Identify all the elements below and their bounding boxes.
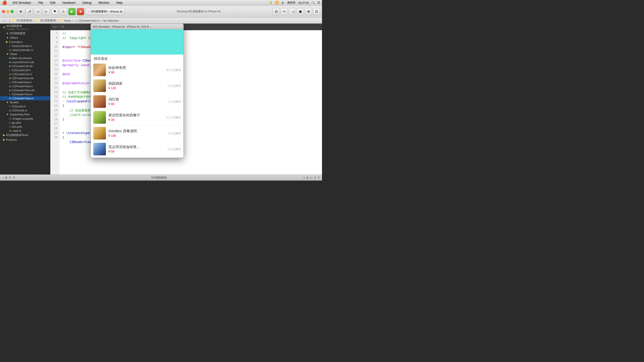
czfooterview-xib-icon: ■ [9, 77, 11, 80]
sidebar-item-viewcontroller-m[interactable]: m ViewController.m [0, 48, 50, 52]
stop-button[interactable]: ■ [77, 8, 84, 15]
sidebar-item-info-plist[interactable]: ≡ Info.plist [0, 125, 50, 129]
sidebar-item-others[interactable]: ▼ Others [0, 36, 50, 40]
layout-btn-4[interactable]: ▣ [297, 8, 304, 15]
sidebar-item-czgoodscell-m[interactable]: m CZGoodsCell.m [0, 72, 50, 76]
sidebar-item-products[interactable]: ▶ Products [0, 138, 50, 142]
czheaderview-h-icon: h [9, 93, 11, 96]
input-method[interactable]: 搜拼音 [287, 1, 296, 5]
layout-btn-6[interactable]: ⊡ [313, 8, 320, 15]
main-storyboard-icon: ■ [9, 57, 11, 60]
sidebar-item-main-m[interactable]: m main.m [0, 129, 50, 133]
sidebar-item-czheaderview-xib[interactable]: ■ CZHeaderView.xib [0, 88, 50, 92]
bottom-bar-icon-right-3[interactable]: ▷ [310, 176, 312, 179]
maximize-button[interactable] [11, 10, 14, 13]
breadcrumb-file[interactable]: CZHeaderView.m [78, 19, 100, 22]
bottom-bar-icon-right-1[interactable]: ◁ [303, 176, 305, 179]
menu-debug[interactable]: Debug [81, 1, 93, 5]
sim-title-bar[interactable]: iOS Simulator - iPhone 4s - iPhone 4s / … [91, 24, 183, 29]
forward-button[interactable]: ▷ [43, 8, 50, 15]
bottom-bar-icon-1[interactable]: + [2, 176, 4, 179]
layout-btn-3[interactable]: →| [289, 8, 296, 15]
run-button[interactable]: ▶ [68, 8, 75, 15]
vcs-button[interactable]: ⎇ [26, 8, 33, 15]
sidebar-item-viewcontroller-h[interactable]: h ViewController.h [0, 44, 50, 48]
sidebar-item-controllers[interactable]: ▶ Controllers [0, 40, 50, 44]
sim-item-1[interactable]: 味妙烤鱼吧 ¥ 98 32 人已购买 [91, 62, 183, 78]
sim-item-5-info: Grinders 西餐酒吧 ¥ 108 [108, 129, 165, 138]
sim-item-7[interactable]: 正院大宅门 ¥ 999 1 人已购买 [91, 157, 183, 158]
breadcrumb-project[interactable]: 001团购案例 [16, 19, 32, 22]
sim-item-5[interactable]: Grinders 西餐酒吧 ¥ 108 3 人已购买 [91, 125, 183, 141]
bottom-bar-icon-right-4[interactable]: ↥ [314, 176, 316, 179]
bottom-bar-icon-3[interactable]: ⏱ [9, 176, 12, 179]
sim-item-6-price: ¥ 58 [108, 150, 165, 153]
bottom-bar-icon-2[interactable]: ⊞ [5, 176, 7, 179]
views-folder-icon: ▼ [6, 53, 9, 56]
czheaderview-xib-icon: ■ [9, 89, 11, 92]
breadcrumb-selection[interactable]: No Selection [103, 19, 119, 22]
project-sub: 2 targets, iOS SDK 8.1 [6, 28, 29, 30]
sidebar-group-main[interactable]: ▼ 001团购案例 [0, 31, 50, 36]
sim-item-5-price: ¥ 108 [108, 134, 165, 138]
layout-btn-5[interactable]: ⊞ [305, 8, 312, 15]
sidebar-item-main-storyboard[interactable]: ■ Main.storyboard [0, 56, 50, 60]
sidebar-item-views[interactable]: ▼ Views [0, 52, 50, 56]
sidebar-item-czfooterview-xib[interactable]: ■ CZFooterView.xib [0, 76, 50, 80]
sim-section-title: 猜你喜欢 [91, 55, 183, 62]
apple-menu[interactable]: 🍎 [2, 0, 7, 5]
sidebar-item-images-xcassets[interactable]: ◫ Images.xcassets [0, 116, 50, 121]
sidebar-item-czheaderview-m[interactable]: CZHeaderView.m [0, 96, 50, 100]
breakpoint-button[interactable]: ⚑ [51, 8, 58, 15]
others-label: Others [10, 36, 18, 39]
bottom-bar-icon-4[interactable]: ↻ [13, 176, 15, 179]
info-plist-icon: ≡ [9, 125, 11, 128]
menu-window[interactable]: Window [97, 1, 111, 5]
layout-btn-2[interactable]: ↩ [281, 8, 288, 15]
clock: 15:27:31 [298, 1, 309, 4]
bottom-bar-icon-right-2[interactable]: ⏸ [306, 176, 309, 179]
menu-edit[interactable]: Edit [49, 1, 57, 5]
menu-extras-icon[interactable]: ☰ [317, 1, 320, 4]
sidebar-project[interactable]: ⊞ 001团购案例 2 targets, iOS SDK 8.1 [0, 24, 50, 31]
sim-list[interactable]: 味妙烤鱼吧 ¥ 98 32 人已购买 桃园酒家 ¥ 128 3 人已购买 [91, 62, 183, 158]
code-editor[interactable]: ◁ ▷ | 7 // 7891011 1213141516 1718192021… [50, 24, 322, 174]
sidebar-item-models[interactable]: ▼ Models [0, 100, 50, 104]
menu-hardware[interactable]: Hardware [61, 1, 77, 5]
sidebar-item-launchscreen[interactable]: ■ LaunchScreen.xib [0, 60, 50, 64]
sim-item-4-name: 蜜语芭蕾休闲西餐厅 [108, 113, 164, 118]
sidebar-item-czgoodscell-xib[interactable]: ■ CZGoodsCell.xib [0, 64, 50, 68]
menu-file[interactable]: File [37, 1, 45, 5]
sidebar-item-tgs-plist[interactable]: ≡ tgs.plist [0, 121, 50, 125]
menu-ios-simulator[interactable]: iOS Simulator [11, 1, 33, 5]
layout-btn-1[interactable]: ⊟ [273, 8, 280, 15]
navigator-toggle[interactable]: ⊞ [17, 8, 24, 15]
sim-item-4-count: 11 人已购买 [166, 116, 181, 119]
sim-item-2[interactable]: 桃园酒家 ¥ 128 3 人已购买 [91, 78, 183, 94]
back-button[interactable]: ◁ [34, 8, 41, 15]
minimize-button[interactable] [6, 10, 9, 13]
close-button[interactable] [2, 10, 5, 13]
sim-item-4[interactable]: 蜜语芭蕾休闲西餐厅 ¥ 39 11 人已购买 [91, 110, 183, 125]
breadcrumb-views[interactable]: Views [64, 19, 71, 22]
sidebar-item-czgoods-h[interactable]: h CZGoods.h [0, 104, 50, 108]
sim-item-6[interactable]: 昆达理尼瑜伽馆黄... ¥ 58 3 人已购买 [91, 141, 183, 157]
sim-item-3-img [93, 95, 106, 108]
main-m-label: main.m [12, 129, 21, 132]
sidebar-item-supporting-files[interactable]: ▼ Supporting Files [0, 112, 50, 116]
search-icon[interactable]: 🔍 [311, 1, 315, 4]
sim-item-3[interactable]: 俏巴蜀 ¥ 88 1 人已购买 [91, 94, 183, 110]
issue-button[interactable]: ⚠ [60, 8, 67, 15]
bottom-bar-icon-right-5[interactable]: ✎ [318, 176, 320, 179]
sidebar-item-czheaderview-h[interactable]: h CZHeaderView.h [0, 92, 50, 96]
menu-help[interactable]: Help [115, 1, 124, 5]
sidebar-item-czgoodscell-h[interactable]: h CZGoodsCell.h [0, 68, 50, 72]
breadcrumb-group[interactable]: 001团购案例 [40, 19, 56, 22]
sidebar-item-czfooterview-h[interactable]: h CZFooterView.h [0, 80, 50, 84]
sim-item-1-info: 味妙烤鱼吧 ¥ 98 [108, 66, 164, 74]
scheme-selector[interactable]: ⬡ 001团购案例 ▸ iPhone 4s [86, 8, 125, 15]
sidebar-item-tests[interactable]: ▶ 001团购案例Tests [0, 133, 50, 138]
sidebar-item-czgoods-m[interactable]: m CZGoods.m [0, 108, 50, 112]
sidebar-item-czfooterview-m[interactable]: m CZFooterView.m [0, 84, 50, 88]
sim-item-1-price: ¥ 98 [108, 71, 164, 74]
